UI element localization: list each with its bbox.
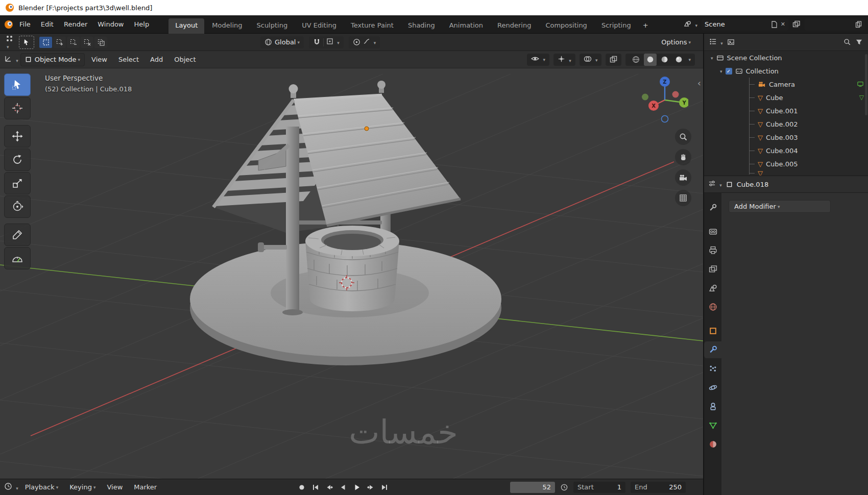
outliner-row-cube-003[interactable]: ▽ Cube.003 bbox=[704, 131, 868, 144]
tab-tool[interactable] bbox=[704, 199, 721, 216]
tab-object-data[interactable] bbox=[704, 417, 721, 434]
copy-view-layer-icon[interactable] bbox=[855, 21, 862, 28]
outliner-row-scene-collection[interactable]: Scene Collection bbox=[704, 51, 868, 64]
play-reverse-button[interactable] bbox=[336, 481, 349, 493]
tab-material[interactable] bbox=[704, 436, 721, 453]
menu-help[interactable]: Help bbox=[129, 18, 155, 31]
viewport-menu-add[interactable]: Add bbox=[146, 53, 167, 66]
new-scene-icon[interactable] bbox=[771, 21, 778, 28]
workspace-tab-shading[interactable]: Shading bbox=[401, 18, 442, 34]
gizmo-neg-y-ball[interactable] bbox=[642, 94, 648, 101]
shading-rendered-button[interactable] bbox=[672, 54, 685, 66]
scene-name-field[interactable]: Scene ✕ bbox=[702, 18, 788, 31]
proportional-editing-controls[interactable] bbox=[349, 36, 380, 48]
tab-constraints[interactable] bbox=[704, 398, 721, 415]
tool-transform-button[interactable] bbox=[4, 195, 31, 218]
workspace-tab-sculpting[interactable]: Sculpting bbox=[250, 18, 294, 34]
tab-modifiers[interactable] bbox=[704, 341, 721, 358]
menu-window[interactable]: Window bbox=[92, 18, 129, 31]
outliner-row-camera[interactable]: Camera bbox=[704, 78, 868, 91]
transform-orientation-dropdown[interactable]: Global bbox=[260, 36, 304, 48]
use-preview-range-icon[interactable] bbox=[560, 483, 568, 491]
zoom-button[interactable] bbox=[675, 129, 691, 145]
prev-keyframe-button[interactable] bbox=[323, 481, 335, 493]
jump-to-start-button[interactable] bbox=[309, 481, 322, 493]
workspace-tab-texture-paint[interactable]: Texture Paint bbox=[344, 18, 400, 34]
tool-rotate-button[interactable] bbox=[4, 148, 31, 171]
outliner-editor-icon[interactable] bbox=[709, 38, 723, 47]
playback-menu[interactable]: Playback bbox=[20, 481, 63, 493]
outliner-row-cube-002[interactable]: ▽ Cube.002 bbox=[704, 117, 868, 131]
select-mode-invert-button[interactable] bbox=[81, 37, 93, 48]
outliner-row-cube-004[interactable]: ▽ Cube.004 bbox=[704, 144, 868, 157]
search-icon[interactable] bbox=[843, 38, 851, 46]
camera-data-icon[interactable] bbox=[857, 81, 864, 87]
toggle-perspective-button[interactable] bbox=[675, 190, 691, 206]
tab-view-layer[interactable] bbox=[704, 261, 721, 278]
tool-select-box-button[interactable] bbox=[4, 73, 31, 96]
well-model[interactable] bbox=[305, 226, 399, 311]
unlink-scene-icon[interactable]: ✕ bbox=[781, 21, 785, 28]
record-button[interactable] bbox=[295, 481, 308, 493]
frame-start-field[interactable]: Start 1 bbox=[573, 482, 625, 493]
viewport-canvas[interactable]: User Perspective (52) Collection | Cube.… bbox=[0, 68, 703, 479]
workspace-tab-layout[interactable]: Layout bbox=[168, 18, 204, 34]
shading-options-dropdown[interactable] bbox=[687, 56, 691, 63]
expand-icon[interactable] bbox=[709, 54, 713, 62]
timeline-menu-marker[interactable]: Marker bbox=[129, 481, 161, 493]
add-workspace-button[interactable]: + bbox=[639, 18, 653, 34]
outliner-scrollbar[interactable] bbox=[865, 54, 867, 115]
tool-scale-button[interactable] bbox=[4, 172, 31, 194]
visibility-dropdown[interactable] bbox=[527, 54, 549, 66]
blender-menu-icon[interactable] bbox=[3, 19, 14, 30]
viewport-menu-object[interactable]: Object bbox=[170, 53, 200, 66]
next-keyframe-button[interactable] bbox=[364, 481, 377, 493]
outliner-row-cube-005[interactable]: ▽ Cube.005 bbox=[704, 157, 868, 170]
shading-wireframe-button[interactable] bbox=[630, 54, 642, 66]
tool-move-button[interactable] bbox=[4, 125, 31, 147]
filter-icon[interactable] bbox=[855, 38, 863, 46]
properties-editor-icon[interactable] bbox=[708, 180, 722, 189]
view-layer-field[interactable] bbox=[805, 18, 865, 31]
keying-menu[interactable]: Keying bbox=[65, 481, 100, 493]
mode-selector-icon[interactable] bbox=[5, 34, 14, 51]
workspace-tab-animation[interactable]: Animation bbox=[443, 18, 490, 34]
tab-render[interactable] bbox=[704, 223, 721, 240]
frame-end-field[interactable]: End 250 bbox=[631, 482, 686, 493]
camera-view-button[interactable] bbox=[675, 169, 691, 186]
menu-file[interactable]: File bbox=[14, 18, 36, 31]
jump-to-end-button[interactable] bbox=[378, 481, 391, 493]
tab-scene[interactable] bbox=[704, 280, 721, 296]
tool-cursor-button[interactable] bbox=[4, 97, 31, 119]
overlays-dropdown[interactable] bbox=[580, 54, 602, 66]
workspace-tab-compositing[interactable]: Compositing bbox=[539, 18, 594, 34]
menu-edit[interactable]: Edit bbox=[36, 18, 59, 31]
active-tool-indicator[interactable] bbox=[19, 36, 34, 49]
select-mode-set-button[interactable] bbox=[39, 37, 52, 48]
view-layer-icon[interactable] bbox=[792, 20, 801, 29]
workspace-tab-scripting[interactable]: Scripting bbox=[595, 18, 638, 34]
mode-dropdown[interactable]: Object Mode bbox=[20, 53, 85, 66]
tab-output[interactable] bbox=[704, 242, 721, 259]
sidebar-collapse-arrow[interactable]: ‹ bbox=[697, 78, 701, 88]
tab-world[interactable] bbox=[704, 299, 721, 315]
outliner-row-collection[interactable]: ✓ Collection bbox=[704, 64, 868, 78]
gizmos-dropdown[interactable] bbox=[553, 54, 575, 66]
viewport-menu-view[interactable]: View bbox=[87, 53, 112, 66]
options-dropdown[interactable]: Options bbox=[661, 38, 691, 46]
expand-icon[interactable] bbox=[718, 67, 722, 75]
add-modifier-button[interactable]: Add Modifier bbox=[729, 200, 831, 213]
outliner-row-cube[interactable]: ▽ Cube ▽ bbox=[704, 91, 868, 104]
editor-type-icon[interactable] bbox=[4, 55, 18, 64]
tab-particles[interactable] bbox=[704, 360, 721, 377]
tab-physics[interactable] bbox=[704, 379, 721, 396]
menu-render[interactable]: Render bbox=[59, 18, 92, 31]
outliner-row-cube-001[interactable]: ▽ Cube.001 bbox=[704, 104, 868, 117]
timeline-editor-icon[interactable] bbox=[4, 482, 18, 492]
browse-scene-icon[interactable] bbox=[684, 20, 697, 29]
navigation-gizmo[interactable]: Z X Y bbox=[641, 77, 688, 123]
pan-button[interactable] bbox=[675, 149, 691, 165]
current-frame-field[interactable]: 52 bbox=[510, 482, 555, 493]
select-mode-intersect-button[interactable] bbox=[94, 37, 107, 48]
shading-material-button[interactable] bbox=[658, 54, 671, 66]
